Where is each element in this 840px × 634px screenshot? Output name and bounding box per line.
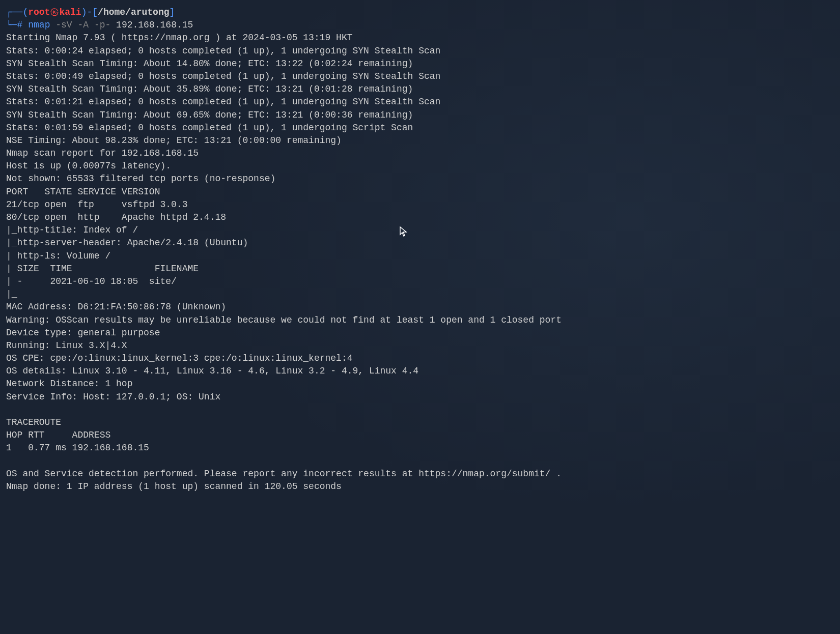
output-line: PORT STATE SERVICE VERSION bbox=[6, 187, 160, 197]
output-line: Stats: 0:01:21 elapsed; 0 hosts complete… bbox=[6, 97, 440, 107]
prompt-user: root bbox=[28, 7, 50, 17]
prompt-separator: - bbox=[87, 7, 92, 17]
output-line: Stats: 0:00:24 elapsed; 0 hosts complete… bbox=[6, 46, 440, 56]
output-line: Running: Linux 3.X|4.X bbox=[6, 340, 127, 351]
command-flags: -sV -A -p- bbox=[55, 20, 110, 30]
output-line: Starting Nmap 7.93 ( https://nmap.org ) … bbox=[6, 33, 353, 43]
output-line: Host is up (0.00077s latency). bbox=[6, 161, 171, 171]
connector-bottom-icon: └─ bbox=[6, 20, 17, 30]
prompt-hash: # bbox=[17, 20, 23, 30]
output-line: Network Distance: 1 hop bbox=[6, 379, 132, 389]
prompt-line-1: ┌──(root㉿kali)-[/home/arutong] bbox=[6, 7, 175, 17]
output-line: Device type: general purpose bbox=[6, 328, 160, 338]
output-line: TRACEROUTE bbox=[6, 417, 61, 427]
bracket-close: ] bbox=[170, 7, 175, 17]
output-line: OS and Service detection performed. Plea… bbox=[6, 469, 562, 479]
output-line: SYN Stealth Scan Timing: About 69.65% do… bbox=[6, 110, 413, 120]
output-line: 1 0.77 ms 192.168.168.15 bbox=[6, 443, 149, 453]
output-line: MAC Address: D6:21:FA:50:86:78 (Unknown) bbox=[6, 302, 226, 312]
output-line: SYN Stealth Scan Timing: About 14.80% do… bbox=[6, 59, 413, 69]
output-line: | SIZE TIME FILENAME bbox=[6, 264, 199, 274]
terminal-output[interactable]: ┌──(root㉿kali)-[/home/arutong] └─# nmap … bbox=[6, 6, 834, 493]
output-line: |_ bbox=[6, 289, 17, 299]
paren-close: ) bbox=[81, 7, 87, 17]
at-icon: ㉿ bbox=[50, 7, 59, 17]
output-line: OS CPE: cpe:/o:linux:linux_kernel:3 cpe:… bbox=[6, 353, 353, 363]
output-line: Service Info: Host: 127.0.0.1; OS: Unix bbox=[6, 392, 220, 402]
output-line: NSE Timing: About 98.23% done; ETC: 13:2… bbox=[6, 135, 342, 146]
output-line: |_http-server-header: Apache/2.4.18 (Ubu… bbox=[6, 238, 248, 248]
output-line: 21/tcp open ftp vsftpd 3.0.3 bbox=[6, 199, 187, 210]
output-line: Warning: OSScan results may be unreliabl… bbox=[6, 315, 562, 325]
output-line: 80/tcp open http Apache httpd 2.4.18 bbox=[6, 212, 226, 222]
output-line: |_http-title: Index of / bbox=[6, 225, 138, 235]
bracket-open: [ bbox=[92, 7, 98, 17]
paren-open: ( bbox=[22, 7, 28, 17]
command-name: nmap bbox=[28, 20, 50, 30]
output-line: | http-ls: Volume / bbox=[6, 251, 110, 261]
output-line: HOP RTT ADDRESS bbox=[6, 430, 110, 440]
prompt-path: /home/arutong bbox=[98, 7, 169, 17]
output-line: Stats: 0:00:49 elapsed; 0 hosts complete… bbox=[6, 71, 440, 81]
output-line: SYN Stealth Scan Timing: About 35.89% do… bbox=[6, 84, 413, 94]
prompt-hostname: kali bbox=[59, 7, 81, 17]
command-target: 192.168.168.15 bbox=[116, 20, 193, 30]
output-line: | - 2021-06-10 18:05 site/ bbox=[6, 276, 177, 286]
output-line: Not shown: 65533 filtered tcp ports (no-… bbox=[6, 174, 275, 184]
output-line: Nmap scan report for 192.168.168.15 bbox=[6, 148, 199, 158]
prompt-line-2: └─# nmap -sV -A -p- 192.168.168.15 bbox=[6, 20, 193, 30]
connector-icon: ┌── bbox=[6, 7, 22, 17]
output-line: OS details: Linux 3.10 - 4.11, Linux 3.1… bbox=[6, 366, 418, 376]
output-line: Nmap done: 1 IP address (1 host up) scan… bbox=[6, 481, 342, 492]
output-line: Stats: 0:01:59 elapsed; 0 hosts complete… bbox=[6, 123, 413, 133]
